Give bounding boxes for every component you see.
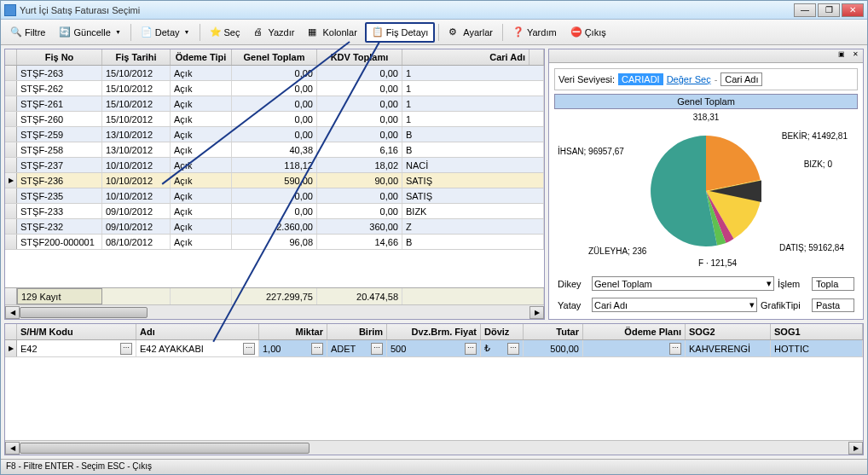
cell-birim[interactable]: ADET⋯ <box>327 340 387 356</box>
cell-dvz-fiyat[interactable]: 500⋯ <box>387 340 481 356</box>
detail-button[interactable]: 📄Detay▼ <box>135 23 196 42</box>
main-window: Yurt İçi Satış Faturası Seçimi — ❐ ✕ 🔍Fi… <box>0 0 868 475</box>
lookup-button[interactable]: ⋯ <box>507 343 519 355</box>
maximize-button[interactable]: ❐ <box>818 3 840 17</box>
cell-tutar[interactable]: 500,00 <box>524 340 583 356</box>
col-cari-adi[interactable]: Cari Adı <box>402 49 529 65</box>
cell-toplam: 0,00 <box>232 127 317 142</box>
chart-area: Veri Seviyesi: CARIADI Değer Seç - Cari … <box>549 63 863 319</box>
detail-row[interactable]: ▶ E42⋯ E42 AYAKKABI⋯ 1,00⋯ ADET⋯ 500⋯ ₺⋯… <box>5 340 863 357</box>
table-row[interactable]: STŞF-26315/10/2012Açık0,000,001 <box>5 66 544 81</box>
table-row[interactable]: STŞF-25813/10/2012Açık40,386,16B <box>5 142 544 158</box>
scroll-right-button[interactable]: ▶ <box>848 442 863 455</box>
row-indicator <box>5 235 17 249</box>
table-row[interactable]: ▶STŞF-23610/10/2012Açık590,0090,00SATIŞ <box>5 173 544 188</box>
scroll-right-button[interactable]: ▶ <box>529 306 544 319</box>
col-doviz[interactable]: Döviz <box>481 324 524 339</box>
minimize-button[interactable]: — <box>794 3 816 17</box>
level-value[interactable]: CARIADI <box>618 73 663 85</box>
cell-sog1[interactable]: HOTTIC <box>771 340 863 356</box>
update-button[interactable]: 🔄Güncelle▼ <box>53 23 126 42</box>
islem-value[interactable]: Topla <box>812 277 854 291</box>
scroll-left-button[interactable]: ◀ <box>5 306 20 319</box>
col-odeme-tipi[interactable]: Ödeme Tipi <box>171 49 232 65</box>
cell-fis-no: STŞF-235 <box>17 188 102 203</box>
scroll-thumb[interactable] <box>20 307 148 318</box>
select-button[interactable]: ⭐Seç <box>204 23 246 42</box>
col-shm[interactable]: S/H/M Kodu <box>17 324 136 339</box>
cell-shm[interactable]: E42⋯ <box>17 340 136 356</box>
table-row[interactable]: STŞF-26115/10/2012Açık0,000,001 <box>5 96 544 112</box>
table-row[interactable]: STŞF-25913/10/2012Açık0,000,00B <box>5 127 544 142</box>
level-text[interactable]: Cari Adı <box>720 72 762 86</box>
filter-button[interactable]: 🔍Filtre <box>4 23 51 42</box>
h-scrollbar[interactable]: ◀ ▶ <box>5 304 544 319</box>
col-tutar[interactable]: Tutar <box>524 324 583 339</box>
col-dvz-fiyat[interactable]: Dvz.Brm. Fiyat <box>387 324 481 339</box>
help-button[interactable]: ❓Yardım <box>506 23 563 42</box>
separator <box>502 24 503 41</box>
row-indicator: ▶ <box>5 340 17 356</box>
yatay-select[interactable]: Cari Adı▾ <box>592 298 757 312</box>
table-row[interactable]: STŞF-23309/10/2012Açık0,000,00BIZK <box>5 204 544 219</box>
cell-kdv: 0,00 <box>317 204 402 218</box>
col-birim[interactable]: Birim <box>327 324 387 339</box>
chart-panel-header: ▣ ✕ <box>549 49 863 63</box>
cell-kdv: 0,00 <box>317 96 402 111</box>
settings-button[interactable]: ⚙Ayarlar <box>443 23 499 42</box>
slip-icon: 📋 <box>372 26 384 38</box>
lookup-button[interactable]: ⋯ <box>465 343 477 355</box>
scroll-track[interactable] <box>20 306 529 319</box>
cell-cari: 1 <box>402 66 544 80</box>
cell-toplam: 0,00 <box>232 66 317 80</box>
table-row[interactable]: STŞF-23510/10/2012Açık0,000,00SATIŞ <box>5 188 544 204</box>
close-button[interactable]: ✕ <box>842 3 864 17</box>
lookup-button[interactable]: ⋯ <box>243 343 255 355</box>
col-miktar[interactable]: Miktar <box>259 324 327 339</box>
scroll-left-button[interactable]: ◀ <box>5 442 20 455</box>
col-odeme-plani[interactable]: Ödeme Planı <box>583 324 686 339</box>
lookup-button[interactable]: ⋯ <box>669 343 681 355</box>
cell-doviz[interactable]: ₺⋯ <box>481 340 524 356</box>
detail-body[interactable]: ▶ E42⋯ E42 AYAKKABI⋯ 1,00⋯ ADET⋯ 500⋯ ₺⋯… <box>5 340 863 440</box>
col-genel-toplam[interactable]: Genel Toplam <box>232 49 317 65</box>
level-select-link[interactable]: Değer Seç <box>667 74 711 84</box>
grafik-value[interactable]: Pasta <box>812 298 854 312</box>
cell-toplam: 590,00 <box>232 173 317 188</box>
columns-button[interactable]: ▦Kolonlar <box>302 23 362 42</box>
detail-h-scrollbar[interactable]: ◀ ▶ <box>5 440 863 455</box>
cell-fis-no: STŞF-258 <box>17 142 102 157</box>
cell-toplam: 2.360,00 <box>232 219 317 234</box>
scroll-thumb[interactable] <box>20 443 310 454</box>
print-icon: 🖨 <box>253 26 265 38</box>
lookup-button[interactable]: ⋯ <box>120 343 132 355</box>
print-button[interactable]: 🖨Yazdır <box>247 23 300 42</box>
cell-fis-no: STŞF-260 <box>17 112 102 126</box>
dikey-select[interactable]: Genel Toplam▾ <box>592 276 774 291</box>
chevron-down-icon: ▾ <box>749 299 755 310</box>
table-row[interactable]: STŞF200-00000108/10/2012Açık96,0814,66B <box>5 235 544 250</box>
table-row[interactable]: STŞF-26015/10/2012Açık0,000,001 <box>5 112 544 127</box>
cell-odeme-plani[interactable]: ⋯ <box>583 340 686 356</box>
cell-miktar[interactable]: 1,00⋯ <box>259 340 327 356</box>
col-sog2[interactable]: SOG2 <box>686 324 771 339</box>
col-fis-no[interactable]: Fiş No <box>17 49 102 65</box>
col-sog1[interactable]: SOG1 <box>771 324 863 339</box>
table-row[interactable]: STŞF-23209/10/2012Açık2.360,00360,00Z <box>5 219 544 235</box>
slip-detail-button[interactable]: 📋Fiş Detayı <box>365 22 436 43</box>
cell-sog2[interactable]: KAHVERENGİ <box>686 340 771 356</box>
panel-close-icon[interactable]: ✕ <box>849 49 861 61</box>
cell-adi[interactable]: E42 AYAKKABI⋯ <box>136 340 259 356</box>
col-adi[interactable]: Adı <box>136 324 259 339</box>
table-row[interactable]: STŞF-26215/10/2012Açık0,000,001 <box>5 81 544 96</box>
table-row[interactable]: STŞF-23710/10/2012Açık118,1218,02NACİ <box>5 158 544 173</box>
lookup-button[interactable]: ⋯ <box>371 343 383 355</box>
lookup-button[interactable]: ⋯ <box>311 343 323 355</box>
col-kdv-toplami[interactable]: KDV Toplamı <box>317 49 402 65</box>
grid-body[interactable]: STŞF-26315/10/2012Açık0,000,001STŞF-2621… <box>5 66 544 287</box>
panel-collapse-icon[interactable]: ▣ <box>836 49 848 61</box>
col-fis-tarihi[interactable]: Fiş Tarihi <box>102 49 171 65</box>
scroll-track[interactable] <box>20 442 848 455</box>
exit-button[interactable]: ⛔Çıkış <box>564 23 612 42</box>
detail-icon: 📄 <box>141 26 153 38</box>
